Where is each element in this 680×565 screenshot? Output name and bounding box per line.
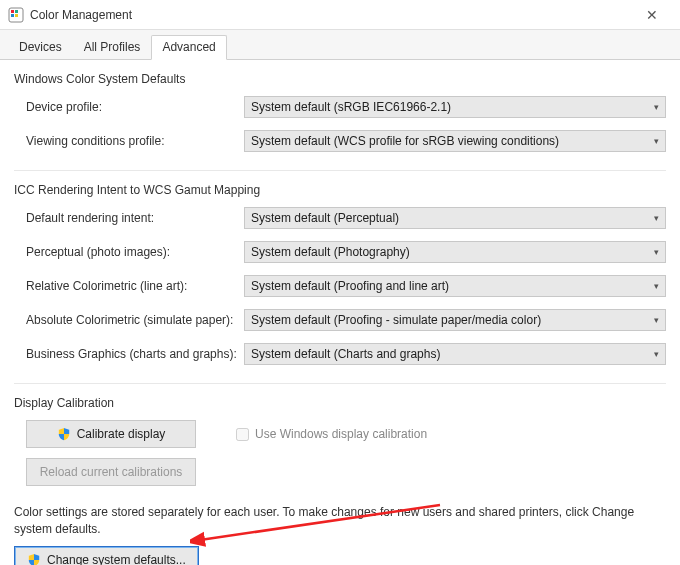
- change-system-defaults-label: Change system defaults...: [47, 553, 186, 565]
- row-absolute-colorimetric: Absolute Colorimetric (simulate paper): …: [14, 309, 666, 331]
- svg-rect-3: [11, 14, 14, 17]
- row-viewing-conditions: Viewing conditions profile: System defau…: [14, 130, 666, 152]
- use-windows-calibration-checkbox[interactable]: Use Windows display calibration: [236, 427, 427, 441]
- close-button[interactable]: ✕: [632, 7, 672, 23]
- color-management-icon: [8, 7, 24, 23]
- tab-strip: Devices All Profiles Advanced: [0, 30, 680, 60]
- window-title: Color Management: [30, 8, 632, 22]
- use-windows-calibration-input[interactable]: [236, 428, 249, 441]
- relative-colorimetric-label: Relative Colorimetric (line art):: [14, 279, 244, 293]
- reload-calibrations-button: Reload current calibrations: [26, 458, 196, 486]
- viewing-conditions-value: System default (WCS profile for sRGB vie…: [251, 134, 648, 148]
- separator: [14, 383, 666, 384]
- row-perceptual: Perceptual (photo images): System defaul…: [14, 241, 666, 263]
- absolute-colorimetric-label: Absolute Colorimetric (simulate paper):: [14, 313, 244, 327]
- default-intent-value: System default (Perceptual): [251, 211, 648, 225]
- default-intent-dropdown[interactable]: System default (Perceptual) ▾: [244, 207, 666, 229]
- footer-note: Color settings are stored separately for…: [14, 504, 666, 538]
- tab-content-advanced: Windows Color System Defaults Device pro…: [0, 60, 680, 565]
- group-icc: ICC Rendering Intent to WCS Gamut Mappin…: [14, 183, 666, 365]
- reload-calibrations-label: Reload current calibrations: [40, 465, 183, 479]
- titlebar: Color Management ✕: [0, 0, 680, 30]
- business-graphics-dropdown[interactable]: System default (Charts and graphs) ▾: [244, 343, 666, 365]
- row-default-intent: Default rendering intent: System default…: [14, 207, 666, 229]
- chevron-down-icon: ▾: [654, 281, 659, 291]
- svg-rect-1: [11, 10, 14, 13]
- device-profile-dropdown[interactable]: System default (sRGB IEC61966-2.1) ▾: [244, 96, 666, 118]
- separator: [14, 170, 666, 171]
- perceptual-dropdown[interactable]: System default (Photography) ▾: [244, 241, 666, 263]
- row-relative-colorimetric: Relative Colorimetric (line art): System…: [14, 275, 666, 297]
- perceptual-label: Perceptual (photo images):: [14, 245, 244, 259]
- group-wcsd-heading: Windows Color System Defaults: [14, 72, 666, 86]
- chevron-down-icon: ▾: [654, 102, 659, 112]
- group-calib-heading: Display Calibration: [14, 396, 666, 410]
- chevron-down-icon: ▾: [654, 349, 659, 359]
- absolute-colorimetric-value: System default (Proofing - simulate pape…: [251, 313, 648, 327]
- shield-icon: [57, 427, 71, 441]
- tab-advanced[interactable]: Advanced: [151, 35, 226, 60]
- relative-colorimetric-value: System default (Proofing and line art): [251, 279, 648, 293]
- chevron-down-icon: ▾: [654, 315, 659, 325]
- group-wcsd: Windows Color System Defaults Device pro…: [14, 72, 666, 152]
- calibrate-display-label: Calibrate display: [77, 427, 166, 441]
- calib-row-1: Calibrate display Use Windows display ca…: [14, 420, 666, 448]
- change-system-defaults-button[interactable]: Change system defaults...: [14, 546, 199, 565]
- tab-all-profiles[interactable]: All Profiles: [73, 35, 152, 60]
- business-graphics-value: System default (Charts and graphs): [251, 347, 648, 361]
- group-icc-heading: ICC Rendering Intent to WCS Gamut Mappin…: [14, 183, 666, 197]
- shield-icon: [27, 553, 41, 565]
- default-intent-label: Default rendering intent:: [14, 211, 244, 225]
- device-profile-label: Device profile:: [14, 100, 244, 114]
- tab-devices[interactable]: Devices: [8, 35, 73, 60]
- svg-rect-2: [15, 10, 18, 13]
- absolute-colorimetric-dropdown[interactable]: System default (Proofing - simulate pape…: [244, 309, 666, 331]
- use-windows-calibration-label: Use Windows display calibration: [255, 427, 427, 441]
- relative-colorimetric-dropdown[interactable]: System default (Proofing and line art) ▾: [244, 275, 666, 297]
- calib-row-2: Reload current calibrations: [14, 458, 666, 486]
- device-profile-value: System default (sRGB IEC61966-2.1): [251, 100, 648, 114]
- perceptual-value: System default (Photography): [251, 245, 648, 259]
- chevron-down-icon: ▾: [654, 213, 659, 223]
- viewing-conditions-label: Viewing conditions profile:: [14, 134, 244, 148]
- viewing-conditions-dropdown[interactable]: System default (WCS profile for sRGB vie…: [244, 130, 666, 152]
- row-business-graphics: Business Graphics (charts and graphs): S…: [14, 343, 666, 365]
- chevron-down-icon: ▾: [654, 136, 659, 146]
- row-device-profile: Device profile: System default (sRGB IEC…: [14, 96, 666, 118]
- calibrate-display-button[interactable]: Calibrate display: [26, 420, 196, 448]
- chevron-down-icon: ▾: [654, 247, 659, 257]
- svg-rect-4: [15, 14, 18, 17]
- business-graphics-label: Business Graphics (charts and graphs):: [14, 347, 244, 361]
- group-display-calibration: Display Calibration Calibrate display Us…: [14, 396, 666, 486]
